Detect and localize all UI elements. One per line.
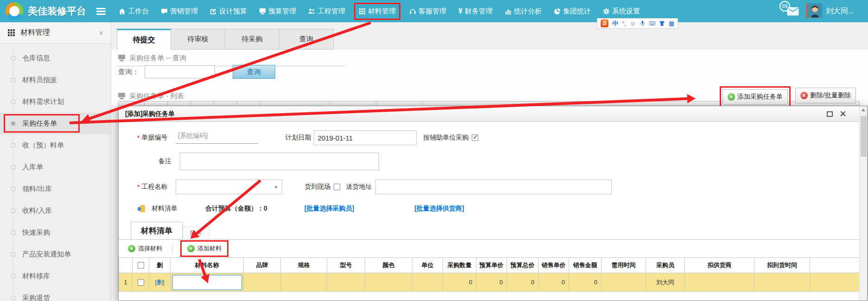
add-purchase-task-button[interactable]: + 添加采购任务单 [722, 89, 788, 105]
dialog-inner-tabs: 材料清单 附件 [119, 221, 859, 240]
aux-purchase-checkbox[interactable] [472, 134, 478, 141]
sidebar-item-material-inbound[interactable]: 收料/入库 [0, 200, 111, 222]
tab-material-list[interactable]: 材料清单 [131, 222, 183, 239]
monitor-icon [118, 93, 126, 100]
tab-label: 待审核 [188, 35, 209, 44]
nav-item-finance[interactable]: ¥ 财务管理 [458, 7, 493, 16]
nav-label: 材料管理 [368, 7, 396, 16]
batch-select-supplier-link[interactable]: [批量选择供货商] [414, 205, 464, 213]
col-select-all [133, 257, 149, 273]
remark-input[interactable] [180, 153, 379, 170]
sidebar-item-receive-pre-material[interactable]: 收（预）料单 [0, 134, 111, 156]
tab-query[interactable]: 查询 [279, 29, 334, 50]
tab-pending-purchase[interactable]: 待采购 [225, 29, 279, 50]
close-icon[interactable]: ✕ [839, 109, 847, 118]
order-no-field[interactable]: {系统编码} [176, 132, 258, 144]
microphone-icon[interactable] [640, 20, 646, 26]
button-label: 删除/批量删除 [810, 91, 851, 100]
shirt-icon[interactable] [659, 20, 665, 26]
cell-purchase-qty: 0 [443, 273, 476, 292]
col-supplier: 拟供货商 [685, 257, 754, 273]
select-all-checkbox[interactable] [138, 262, 144, 269]
plus-circle-icon: + [728, 93, 735, 101]
button-label: 添加材料 [197, 244, 222, 253]
add-material-button[interactable]: + 添加材料 [184, 243, 224, 255]
batch-delete-button[interactable]: × 删除/批量删除 [795, 88, 856, 103]
section-title: 采购任务单 -- 查询 [129, 54, 186, 63]
row-checkbox[interactable] [138, 279, 144, 286]
user-menu[interactable]: 刘大同... [806, 3, 854, 19]
nav-item-marketing[interactable]: 营销管理 [161, 7, 198, 16]
emoji-icon[interactable]: ☺ [630, 20, 636, 26]
material-name-input[interactable] [172, 275, 242, 290]
order-no-row: * 单据编号 {系统编码} 计划日期 按辅助单位采购 [137, 130, 478, 145]
col-unit: 单位 [412, 257, 443, 273]
sidebar-item-purchase-task-order[interactable]: 采购任务单 [0, 113, 111, 134]
sidebar-header-material-management[interactable]: 材料管理 ∨ [0, 22, 111, 44]
sidebar-item-product-install-notice[interactable]: 产品安装通知单 [0, 243, 111, 265]
ime-panel-icon[interactable]: ▦ [669, 20, 674, 26]
delete-row-link[interactable]: [删] [155, 278, 164, 287]
nav-label: 统计分析 [514, 7, 542, 16]
delivery-address-input[interactable] [375, 179, 612, 194]
sidebar-menu: 仓库信息 材料员指派 材料需求计划 采购任务单 收（预）料单 入库单 领料/出库… [0, 44, 111, 301]
sidebar-item-material-staff-assign[interactable]: 材料员指派 [0, 69, 111, 91]
messages-button[interactable]: 99 [787, 7, 799, 16]
nav-item-budget-management[interactable]: 预算管理 [259, 7, 296, 16]
cell-row-number: 1 [119, 273, 133, 292]
scroll-up-icon[interactable] [860, 106, 867, 114]
project-select[interactable]: ▼ [176, 179, 282, 194]
sidebar-item-purchase-return[interactable]: 采购退货 [0, 287, 111, 301]
scrollbar-thumb[interactable] [861, 116, 867, 157]
cell-color [365, 273, 412, 292]
nav-item-customer-service[interactable]: 客服管理 [409, 7, 446, 16]
tab-attachments[interactable]: 附件 [183, 226, 209, 239]
sidebar-item-quick-purchase[interactable]: 快速采购 [0, 222, 111, 243]
ime-language-toggle[interactable]: 中 [612, 20, 618, 26]
nav-item-design-budget[interactable]: 设计预算 [210, 7, 247, 16]
col-budget-total: 预算总价 [507, 257, 539, 273]
col-row-number [119, 257, 133, 273]
tab-label: 附件 [190, 229, 202, 237]
tab-pending-review[interactable]: 待审核 [171, 29, 225, 50]
material-list-label: 材料清单 [152, 205, 177, 213]
hamburger-menu-icon[interactable] [96, 8, 106, 15]
chevron-down-icon[interactable]: ∨ [99, 29, 103, 36]
cell-budget-total: 0 [507, 273, 539, 292]
query-button[interactable]: 查询 [233, 65, 275, 79]
tab-pending-submit[interactable]: 待提交 [117, 29, 171, 50]
sidebar-item-material-outbound[interactable]: 领料/出库 [0, 178, 111, 200]
button-label: 选择材料 [138, 244, 162, 253]
select-material-button[interactable]: + 选择材料 [125, 243, 165, 255]
dialog-title-bar[interactable]: [添加]采购任务单 ✕ [119, 106, 867, 122]
cell-buyer: 刘大同 [646, 273, 685, 292]
sidebar-item-warehouse-info[interactable]: 仓库信息 [0, 47, 111, 69]
table-row: 1 [删] 0 0 0 0 0 刘大同 [119, 273, 860, 292]
sidebar-item-material-transfer[interactable]: 材料移库 [0, 265, 111, 287]
cell-sale-amount: 0 [569, 273, 602, 292]
sidebar-item-inbound-order[interactable]: 入库单 [0, 156, 111, 178]
col-need-time: 需用时间 [602, 257, 646, 273]
nav-item-statistics[interactable]: 统计分析 [505, 7, 542, 16]
batch-select-buyer-link[interactable]: [批量选择采购员] [304, 205, 354, 213]
cell-filler [810, 273, 860, 292]
nav-item-workbench[interactable]: 工作台 [119, 7, 149, 16]
nav-item-material-management[interactable]: 材料管理 [354, 3, 400, 20]
nav-item-group-statistics[interactable]: 集团统计 [554, 7, 591, 16]
maximize-icon[interactable] [827, 111, 833, 117]
nav-item-system-settings[interactable]: 系统设置 [603, 7, 640, 16]
query-input[interactable] [145, 65, 215, 78]
plan-date-input[interactable] [314, 130, 417, 145]
headset-icon [409, 8, 416, 15]
nav-item-project-management[interactable]: 工程管理 [308, 7, 345, 16]
dialog-scrollbar[interactable] [859, 106, 867, 301]
sidebar-item-material-demand-plan[interactable]: 材料需求计划 [0, 91, 111, 113]
remark-label: 备注 [137, 157, 171, 166]
edit-icon [210, 8, 217, 15]
nav-label: 工作台 [128, 7, 149, 16]
keyboard-icon[interactable] [649, 20, 655, 26]
grid-icon [7, 29, 15, 37]
ime-punctuation-icon[interactable]: °, [622, 20, 626, 26]
arrive-site-checkbox[interactable] [334, 184, 340, 190]
sogou-ime-icon[interactable]: S [601, 19, 608, 27]
